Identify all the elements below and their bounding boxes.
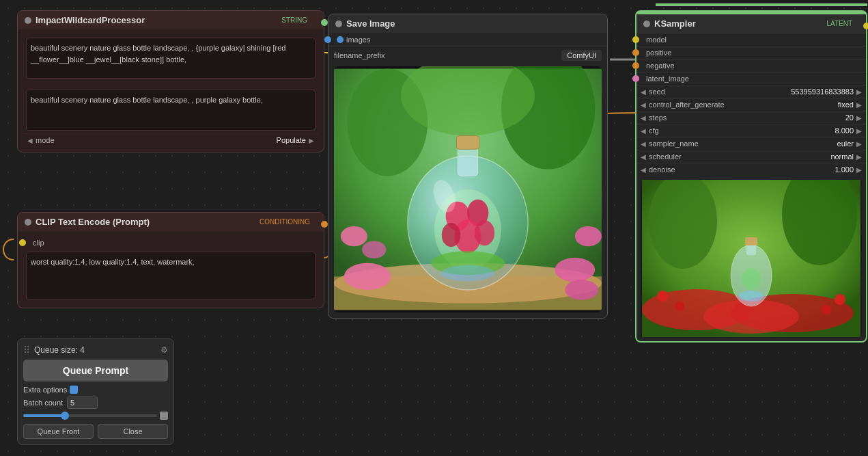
clip-input-port[interactable] bbox=[19, 239, 26, 246]
svg-point-7 bbox=[344, 263, 391, 290]
seed-arrow-left[interactable]: ◀ bbox=[641, 88, 646, 96]
clip-label: clip bbox=[33, 239, 44, 247]
svg-point-34 bbox=[742, 268, 761, 290]
cfg-param-value[interactable]: 8.000 bbox=[799, 126, 854, 135]
queue-panel: ⠿ Queue size: 4 ⚙ Queue Prompt Extra opt… bbox=[17, 338, 174, 445]
scheduler-arrow-left[interactable]: ◀ bbox=[641, 153, 646, 161]
clip-encode-header: CLIP Text Encode (Prompt) CONDITIONING bbox=[18, 213, 324, 231]
denoise-arrow-right[interactable]: ▶ bbox=[856, 166, 862, 174]
filename-prefix-value[interactable]: ComfyUI bbox=[561, 50, 602, 61]
conditioning-output-port[interactable] bbox=[321, 221, 328, 228]
queue-front-button[interactable]: Queue Front bbox=[23, 424, 94, 439]
seed-arrow-right[interactable]: ▶ bbox=[856, 88, 862, 96]
steps-arrow-right[interactable]: ▶ bbox=[856, 114, 862, 122]
batch-count-row: Batch count bbox=[23, 397, 168, 409]
negative-port-row: negative bbox=[636, 59, 866, 72]
batch-slider-thumb[interactable] bbox=[61, 412, 69, 420]
steps-arrow-left[interactable]: ◀ bbox=[641, 114, 646, 122]
control-arrow-right[interactable]: ▶ bbox=[856, 101, 862, 109]
control-param-value[interactable]: fixed bbox=[799, 100, 854, 109]
batch-slider-track bbox=[23, 414, 157, 417]
scheduler-arrow-right[interactable]: ▶ bbox=[856, 153, 862, 161]
steps-param-row: ◀ steps 20 ▶ bbox=[636, 111, 866, 124]
mode-label: mode bbox=[36, 136, 249, 144]
images-input-port[interactable] bbox=[324, 36, 331, 43]
canvas: ImpactWildcardProcessor STRING beautiful… bbox=[0, 0, 868, 456]
negative-label: negative bbox=[646, 62, 675, 70]
svg-point-22 bbox=[341, 226, 367, 246]
ksampler-preview-svg bbox=[641, 180, 862, 337]
queue-drag-handle[interactable]: ⠿ bbox=[23, 345, 30, 356]
impact-text-2[interactable]: beautiful scenery nature glass bottle la… bbox=[26, 90, 316, 131]
queue-title-row: ⠿ Queue size: 4 ⚙ bbox=[23, 345, 168, 356]
denoise-param-value[interactable]: 1.000 bbox=[799, 165, 854, 174]
svg-point-17 bbox=[442, 223, 460, 247]
model-port-row: model bbox=[636, 33, 866, 46]
ksampler-node: KSampler LATENT model positive negative … bbox=[635, 10, 867, 343]
images-label: images bbox=[346, 36, 370, 44]
positive-input-port[interactable] bbox=[632, 49, 639, 56]
images-dot bbox=[337, 36, 344, 43]
conditioning-output-label: CONDITIONING bbox=[260, 218, 310, 226]
svg-point-37 bbox=[675, 301, 684, 311]
steps-param-name: steps bbox=[649, 113, 796, 122]
latent-output-port[interactable] bbox=[863, 23, 868, 29]
svg-point-38 bbox=[835, 294, 845, 305]
cfg-param-row: ◀ cfg 8.000 ▶ bbox=[636, 124, 866, 137]
save-image-title: Save Image bbox=[346, 18, 395, 29]
scheduler-param-value[interactable]: normal bbox=[799, 152, 854, 161]
mode-arrow-right[interactable]: ▶ bbox=[309, 137, 314, 144]
close-button[interactable]: Close bbox=[98, 424, 168, 439]
clip-encode-title: CLIP Text Encode (Prompt) bbox=[36, 217, 150, 227]
batch-count-label: Batch count bbox=[23, 399, 63, 407]
impact-wildcard-header: ImpactWildcardProcessor STRING bbox=[18, 11, 324, 29]
latent-image-input-port[interactable] bbox=[632, 75, 639, 82]
denoise-arrow-left[interactable]: ◀ bbox=[641, 166, 646, 174]
ksampler-header: KSampler LATENT bbox=[636, 14, 866, 33]
svg-point-18 bbox=[475, 220, 494, 245]
queue-prompt-button[interactable]: Queue Prompt bbox=[23, 360, 168, 381]
svg-point-8 bbox=[555, 258, 595, 282]
negative-input-port[interactable] bbox=[632, 62, 639, 69]
steps-param-value[interactable]: 20 bbox=[799, 113, 854, 122]
svg-point-21 bbox=[441, 265, 494, 282]
svg-point-24 bbox=[575, 226, 602, 246]
sampler-param-row: ◀ sampler_name euler ▶ bbox=[636, 137, 866, 150]
save-image-status-dot bbox=[335, 21, 342, 27]
extra-options-checkbox[interactable] bbox=[70, 386, 78, 394]
queue-gear-icon[interactable]: ⚙ bbox=[160, 345, 168, 355]
denoise-param-row: ◀ denoise 1.000 ▶ bbox=[636, 163, 866, 176]
sampler-arrow-right[interactable]: ▶ bbox=[856, 140, 862, 148]
filename-row: filename_prefix ComfyUI bbox=[328, 46, 607, 64]
latent-output-label: LATENT bbox=[826, 20, 852, 27]
mode-arrow-left[interactable]: ◀ bbox=[27, 137, 33, 144]
clip-encode-node: CLIP Text Encode (Prompt) CONDITIONING c… bbox=[17, 212, 324, 308]
seed-param-value[interactable]: 553959316833883 bbox=[791, 88, 854, 96]
cfg-param-name: cfg bbox=[649, 126, 796, 135]
model-input-port[interactable] bbox=[632, 36, 639, 43]
clip-prompt-text[interactable]: worst quality:1.4, low quality:1.4, text… bbox=[26, 252, 316, 299]
filename-prefix-label: filename_prefix bbox=[334, 51, 559, 59]
latent-image-label: latent_image bbox=[646, 75, 689, 83]
images-port-row: images bbox=[328, 33, 607, 46]
save-preview-svg bbox=[334, 66, 602, 312]
impact-wildcard-node: ImpactWildcardProcessor STRING beautiful… bbox=[17, 10, 324, 152]
latent-image-port-row: latent_image bbox=[636, 72, 866, 85]
mode-value: Populate bbox=[251, 136, 306, 144]
impact-text-1[interactable]: beautiful scenery nature glass bottle la… bbox=[26, 38, 316, 79]
sampler-arrow-left[interactable]: ◀ bbox=[641, 140, 646, 148]
batch-slider-fill bbox=[23, 414, 64, 417]
svg-point-35 bbox=[739, 291, 764, 301]
cfg-arrow-left[interactable]: ◀ bbox=[641, 127, 646, 135]
sampler-param-value[interactable]: euler bbox=[799, 139, 854, 148]
scheduler-param-name: scheduler bbox=[649, 152, 796, 161]
seed-param-row: ◀ seed 553959316833883 ▶ bbox=[636, 85, 866, 98]
control-arrow-left[interactable]: ◀ bbox=[641, 101, 646, 109]
save-image-preview bbox=[334, 66, 602, 312]
cfg-arrow-right[interactable]: ▶ bbox=[856, 127, 862, 135]
queue-options-row: Extra options bbox=[23, 386, 168, 394]
batch-count-input[interactable] bbox=[67, 397, 98, 409]
string-output-port[interactable] bbox=[321, 19, 328, 26]
denoise-param-name: denoise bbox=[649, 165, 796, 174]
ksampler-preview bbox=[641, 180, 862, 337]
